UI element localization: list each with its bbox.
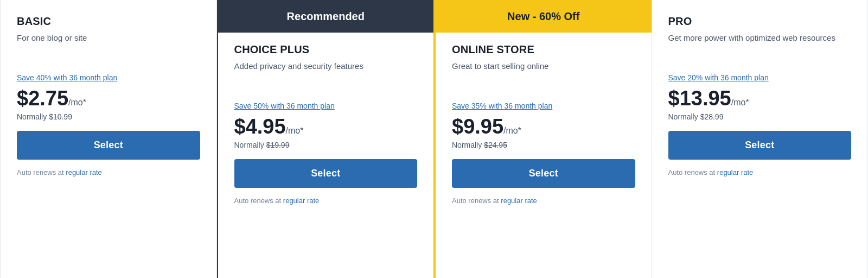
save-link-pro[interactable]: Save 20% with 36 month plan — [668, 73, 852, 82]
plan-description-online-store: Great to start selling online — [452, 60, 635, 93]
regular-rate-link-basic[interactable]: regular rate — [66, 168, 101, 176]
plan-badge-online-store: New - 60% Off — [436, 0, 652, 33]
auto-renew-basic: Auto renews at regular rate — [17, 168, 200, 176]
plan-badge-choice-plus: Recommended — [218, 0, 434, 33]
plan-price-choice-plus: $4.95/mo* — [234, 116, 418, 138]
plan-normally-online-store: Normally $24.95 — [452, 141, 635, 149]
plan-normally-pro: Normally $28.99 — [668, 112, 852, 121]
auto-renew-pro: Auto renews at regular rate — [668, 168, 852, 176]
auto-renew-online-store: Auto renews at regular rate — [452, 197, 635, 205]
plan-description-choice-plus: Added privacy and security features — [234, 60, 418, 93]
plan-description-pro: Get more power with optimized web resour… — [668, 32, 852, 65]
plan-card-choice-plus: Recommended CHOICE PLUS Added privacy an… — [217, 0, 435, 278]
select-button-pro[interactable]: Select — [668, 131, 852, 160]
plan-name-choice-plus: CHOICE PLUS — [234, 43, 418, 56]
plan-name-basic: BASIC — [17, 15, 200, 28]
plan-price-online-store: $9.95/mo* — [452, 116, 635, 138]
regular-rate-link-online-store[interactable]: regular rate — [501, 197, 537, 205]
plan-description-basic: For one blog or site — [17, 32, 200, 65]
regular-rate-link-choice-plus[interactable]: regular rate — [283, 197, 319, 205]
plan-price-basic: $2.75/mo* — [17, 87, 200, 110]
save-link-online-store[interactable]: Save 35% with 36 month plan — [452, 102, 635, 110]
select-button-basic[interactable]: Select — [17, 131, 200, 160]
plan-name-online-store: ONLINE STORE — [452, 43, 635, 56]
pricing-container: BASIC For one blog or site Save 40% with… — [0, 0, 868, 278]
plan-card-pro: PRO Get more power with optimized web re… — [652, 0, 869, 278]
plan-normally-basic: Normally $10.99 — [17, 112, 200, 121]
select-button-choice-plus[interactable]: Select — [234, 159, 418, 188]
plan-card-online-store: New - 60% Off ONLINE STORE Great to star… — [435, 0, 652, 278]
save-link-choice-plus[interactable]: Save 50% with 36 month plan — [234, 102, 418, 110]
regular-rate-link-pro[interactable]: regular rate — [717, 168, 753, 176]
plan-name-pro: PRO — [668, 15, 852, 28]
auto-renew-choice-plus: Auto renews at regular rate — [234, 197, 418, 205]
select-button-online-store[interactable]: Select — [452, 159, 635, 188]
plan-price-pro: $13.95/mo* — [668, 87, 852, 110]
plan-card-basic: BASIC For one blog or site Save 40% with… — [0, 0, 217, 278]
save-link-basic[interactable]: Save 40% with 36 month plan — [17, 73, 200, 82]
plan-normally-choice-plus: Normally $19.99 — [234, 141, 418, 149]
